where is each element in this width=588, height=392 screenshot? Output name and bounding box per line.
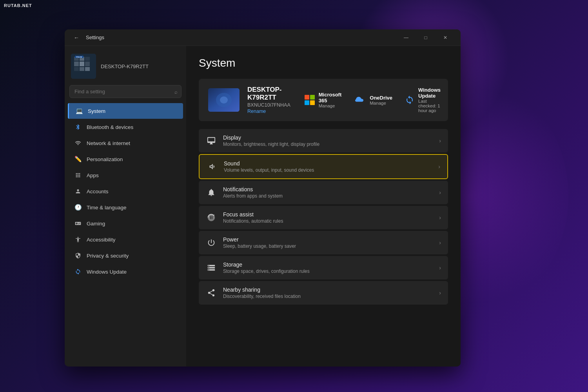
- sidebar-item-apps[interactable]: Apps: [68, 167, 183, 183]
- accessibility-icon: [74, 236, 82, 243]
- service-info: Microsoft 365 Manage: [319, 92, 343, 108]
- settings-item-title: Display: [223, 134, 433, 141]
- focusassist-icon: [206, 212, 217, 223]
- settings-item-content: Nearby sharing Discoverability, received…: [223, 287, 433, 299]
- settings-item-desc: Discoverability, received files location: [223, 294, 433, 299]
- privacy-icon: [74, 252, 82, 260]
- sidebar-item-label: Accessibility: [87, 237, 116, 243]
- nearbysharing-icon: [206, 287, 217, 298]
- search-input[interactable]: [69, 85, 181, 98]
- power-icon: [206, 237, 217, 248]
- sidebar-item-update[interactable]: Windows Update: [68, 264, 183, 279]
- chevron-right-icon: ›: [439, 290, 441, 296]
- chevron-right-icon: ›: [439, 189, 441, 196]
- service-info: OneDrive Manage: [370, 95, 392, 105]
- settings-item-display[interactable]: Display Monitors, brightness, night ligh…: [199, 129, 448, 152]
- sidebar-item-system[interactable]: 💻 System: [68, 103, 183, 119]
- accounts-icon: [74, 187, 82, 195]
- settings-window: ← Settings — □ ✕: [65, 29, 461, 367]
- device-name: DESKTOP-K79R2TT: [247, 86, 290, 102]
- svg-point-14: [220, 96, 228, 103]
- svg-rect-18: [310, 100, 315, 105]
- device-thumbnail: [208, 88, 240, 112]
- service-windowsupdate[interactable]: Windows Update Last checked: 1 hour ago: [405, 87, 442, 113]
- settings-item-nearbysharing[interactable]: Nearby sharing Discoverability, received…: [199, 281, 448, 305]
- svg-rect-4: [74, 62, 79, 66]
- maximize-button[interactable]: □: [417, 31, 435, 44]
- chevron-right-icon: ›: [438, 163, 440, 170]
- title-bar: ← Settings — □ ✕: [65, 29, 461, 46]
- settings-item-desc: Volume levels, output, input, sound devi…: [224, 167, 432, 173]
- close-button[interactable]: ✕: [436, 31, 454, 44]
- search-wrapper: ⌕: [69, 85, 181, 98]
- rename-link[interactable]: Rename: [247, 109, 290, 114]
- title-bar-left: ← Settings: [71, 32, 104, 43]
- chevron-right-icon: ›: [439, 214, 441, 221]
- device-id: BXNUC10i7FNHAA: [247, 102, 290, 108]
- sidebar-item-accessibility[interactable]: Accessibility: [68, 232, 183, 247]
- settings-item-title: Notifications: [223, 186, 433, 192]
- device-info: DESKTOP-K79R2TT BXNUC10i7FNHAA Rename: [247, 86, 290, 114]
- sidebar-item-privacy[interactable]: Privacy & security: [68, 248, 183, 263]
- sidebar-item-label: Time & language: [87, 205, 127, 211]
- sidebar-item-accounts[interactable]: Accounts: [68, 183, 183, 199]
- minimize-button[interactable]: —: [397, 31, 415, 44]
- page-title: System: [199, 57, 448, 69]
- service-onedrive[interactable]: OneDrive Manage: [355, 87, 392, 113]
- sidebar-item-personalization[interactable]: ✏️ Personalization: [68, 151, 183, 167]
- sidebar-item-label: Windows Update: [87, 269, 127, 275]
- user-name: DESKTOP-K79R2TT: [101, 64, 149, 69]
- sidebar-item-label: Accounts: [87, 189, 109, 194]
- settings-item-content: Storage Storage space, drives, configura…: [223, 261, 433, 274]
- settings-item-title: Storage: [223, 261, 433, 268]
- microsoft365-icon: [305, 94, 315, 105]
- chevron-right-icon: ›: [439, 138, 441, 144]
- storage-icon: [206, 262, 217, 273]
- sidebar-item-label: Bluetooth & devices: [87, 124, 133, 130]
- device-card: DESKTOP-K79R2TT BXNUC10i7FNHAA Rename: [199, 79, 448, 121]
- service-name: Microsoft 365: [319, 92, 343, 103]
- service-action: Last checked: 1 hour ago: [418, 99, 442, 113]
- settings-item-focusassist[interactable]: Focus assist Notifications, automatic ru…: [199, 206, 448, 229]
- sidebar-item-label: Personalization: [87, 156, 123, 162]
- settings-item-storage[interactable]: Storage Storage space, drives, configura…: [199, 256, 448, 279]
- sidebar-item-label: Privacy & security: [87, 253, 129, 259]
- settings-item-desc: Alerts from apps and system: [223, 193, 433, 199]
- settings-item-title: Focus assist: [223, 211, 433, 218]
- sidebar-item-network[interactable]: Network & internet: [68, 135, 183, 151]
- settings-item-desc: Notifications, automatic rules: [223, 218, 433, 224]
- display-icon: [206, 135, 217, 146]
- service-info: Windows Update Last checked: 1 hour ago: [418, 87, 442, 113]
- settings-list: Display Monitors, brightness, night ligh…: [199, 129, 448, 305]
- personalization-icon: ✏️: [74, 155, 82, 163]
- svg-rect-7: [74, 67, 79, 71]
- service-microsoft365[interactable]: Microsoft 365 Manage: [305, 87, 343, 113]
- settings-item-content: Power Sleep, battery usage, battery save…: [223, 236, 433, 249]
- sound-icon: [207, 161, 218, 172]
- settings-item-sound[interactable]: Sound Volume levels, output, input, soun…: [199, 154, 448, 179]
- settings-item-desc: Sleep, battery usage, battery saver: [223, 243, 433, 249]
- sidebar-item-bluetooth[interactable]: Bluetooth & devices: [68, 119, 183, 135]
- svg-rect-16: [310, 95, 315, 100]
- svg-rect-5: [80, 62, 84, 66]
- sidebar-item-gaming[interactable]: Gaming: [68, 216, 183, 231]
- search-container: ⌕: [65, 85, 186, 103]
- sidebar-item-time[interactable]: 🕐 Time & language: [68, 200, 183, 215]
- settings-item-desc: Monitors, brightness, night light, displ…: [223, 142, 433, 147]
- network-icon: [74, 139, 82, 147]
- settings-item-power[interactable]: Power Sleep, battery usage, battery save…: [199, 231, 448, 254]
- avatar-image: POLICE: [71, 54, 96, 79]
- service-action: Manage: [370, 101, 392, 105]
- service-action: Manage: [319, 103, 343, 108]
- settings-item-title: Sound: [224, 160, 432, 167]
- svg-rect-15: [305, 95, 309, 100]
- gaming-icon: [74, 220, 82, 227]
- sidebar-nav: 💻 System Bluetooth & devices Network & i…: [65, 103, 186, 280]
- window-controls: — □ ✕: [397, 31, 454, 44]
- back-button[interactable]: ←: [71, 32, 82, 43]
- settings-item-notifications[interactable]: Notifications Alerts from apps and syste…: [199, 181, 448, 204]
- time-icon: 🕐: [74, 203, 82, 211]
- apps-icon: [74, 171, 82, 179]
- chevron-right-icon: ›: [439, 240, 441, 246]
- settings-item-title: Power: [223, 236, 433, 243]
